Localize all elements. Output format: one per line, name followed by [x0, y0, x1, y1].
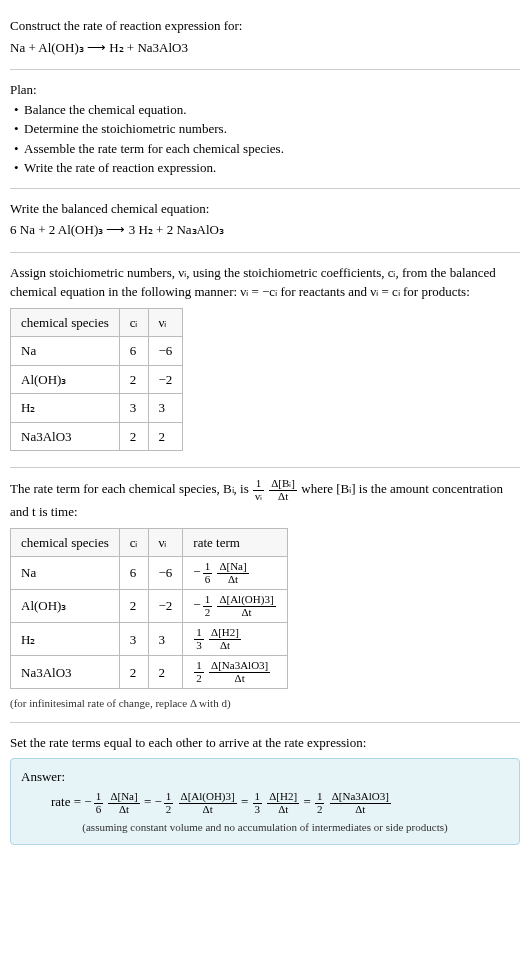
fraction: 13: [194, 627, 204, 651]
rateterm-text-pre: The rate term for each chemical species,…: [10, 481, 252, 496]
table-cell: −6: [148, 557, 183, 590]
rateterm-note: (for infinitesimal rate of change, repla…: [10, 695, 520, 712]
frac-num: 1: [253, 791, 263, 804]
rate-term-cell: −12 Δ[Al(OH)3]Δt: [183, 590, 287, 623]
table-cell: 3: [148, 394, 183, 423]
frac-num: Δ[Al(OH)3]: [179, 791, 237, 804]
table-row: H₂33: [11, 394, 183, 423]
table-header: chemical species: [11, 308, 120, 337]
fraction: 12: [194, 660, 204, 684]
divider: [10, 467, 520, 468]
table-row: Al(OH)₃2−2−12 Δ[Al(OH)3]Δt: [11, 590, 288, 623]
rateterm-table: chemical speciescᵢνᵢrate term Na6−6−16 Δ…: [10, 528, 288, 690]
divider: [10, 722, 520, 723]
fraction: Δ[Na3AlO3]Δt: [330, 791, 391, 815]
balanced-heading: Write the balanced chemical equation:: [10, 199, 520, 219]
plan-item: •Determine the stoichiometric numbers.: [14, 119, 520, 139]
frac-den: 6: [203, 574, 213, 586]
equals-sign: =: [141, 794, 155, 809]
stoich-text: Assign stoichiometric numbers, νᵢ, using…: [10, 263, 520, 302]
table-cell: H₂: [11, 394, 120, 423]
fraction: Δ[Al(OH)3]Δt: [179, 791, 237, 815]
frac-num: 1: [164, 791, 174, 804]
answer-label: Answer:: [21, 767, 509, 787]
table-cell: 6: [119, 557, 148, 590]
frac-den: Δt: [179, 804, 237, 816]
rateterm-frac1: 1 νᵢ: [253, 478, 264, 502]
table-row: Al(OH)₃2−2: [11, 365, 183, 394]
rateterm-text: The rate term for each chemical species,…: [10, 478, 520, 522]
frac-num: 1: [94, 791, 104, 804]
plan-list: •Balance the chemical equation.•Determin…: [10, 100, 520, 178]
table-header: cᵢ: [119, 308, 148, 337]
frac-den: Δt: [267, 804, 299, 816]
table-row: Na6−6: [11, 337, 183, 366]
table-cell: Na: [11, 337, 120, 366]
plan-item-text: Determine the stoichiometric numbers.: [24, 119, 227, 139]
intro-equation: Na + Al(OH)₃ ⟶ H₂ + Na3AlO3: [10, 36, 520, 60]
equals-sign: =: [238, 794, 252, 809]
table-cell: 2: [119, 365, 148, 394]
rate-term-cell: 13 Δ[H2]Δt: [183, 623, 287, 656]
table-cell: Na3AlO3: [11, 422, 120, 451]
bullet-dot: •: [14, 139, 24, 159]
table-cell: 2: [148, 656, 183, 689]
table-cell: Al(OH)₃: [11, 590, 120, 623]
table-cell: 6: [119, 337, 148, 366]
fraction: 16: [94, 791, 104, 815]
fraction: Δ[Na]Δt: [108, 791, 139, 815]
frac-den: νᵢ: [253, 491, 264, 503]
frac-num: Δ[Al(OH)3]: [217, 594, 275, 607]
fraction: 16: [203, 561, 213, 585]
table-cell: 2: [119, 422, 148, 451]
fraction: Δ[H2]Δt: [267, 791, 299, 815]
frac-num: 1: [194, 627, 204, 640]
minus-sign: −: [154, 794, 161, 809]
fraction: 12: [203, 594, 213, 618]
table-cell: H₂: [11, 623, 120, 656]
table-row: H₂3313 Δ[H2]Δt: [11, 623, 288, 656]
stoich-table: chemical speciescᵢνᵢ Na6−6Al(OH)₃2−2H₂33…: [10, 308, 183, 452]
frac-num: 1: [315, 791, 325, 804]
rateterm-frac2: Δ[Bᵢ] Δt: [269, 478, 297, 502]
intro-section: Construct the rate of reaction expressio…: [10, 8, 520, 67]
fraction: Δ[Na]Δt: [217, 561, 248, 585]
table-cell: 3: [119, 623, 148, 656]
table-header: cᵢ: [119, 528, 148, 557]
frac-den: Δt: [217, 607, 275, 619]
table-row: Na3AlO32212 Δ[Na3AlO3]Δt: [11, 656, 288, 689]
table-row: Na6−6−16 Δ[Na]Δt: [11, 557, 288, 590]
table-header: νᵢ: [148, 308, 183, 337]
frac-num: Δ[H2]: [209, 627, 241, 640]
frac-den: 2: [315, 804, 325, 816]
minus-sign: −: [84, 794, 91, 809]
minus-sign: −: [193, 564, 200, 579]
divider: [10, 69, 520, 70]
table-header: chemical species: [11, 528, 120, 557]
bullet-dot: •: [14, 158, 24, 178]
plan-heading: Plan:: [10, 80, 520, 100]
frac-num: Δ[Bᵢ]: [269, 478, 297, 491]
table-cell: Na3AlO3: [11, 656, 120, 689]
frac-den: 3: [194, 640, 204, 652]
plan-item-text: Write the rate of reaction expression.: [24, 158, 216, 178]
frac-den: 3: [253, 804, 263, 816]
frac-num: Δ[Na]: [217, 561, 248, 574]
frac-num: 1: [253, 478, 264, 491]
fraction: Δ[Al(OH)3]Δt: [217, 594, 275, 618]
plan-item-text: Assemble the rate term for each chemical…: [24, 139, 284, 159]
rateterm-section: The rate term for each chemical species,…: [10, 470, 520, 720]
frac-den: 2: [164, 804, 174, 816]
frac-den: Δt: [217, 574, 248, 586]
stoich-section: Assign stoichiometric numbers, νᵢ, using…: [10, 255, 520, 466]
table-cell: 2: [119, 590, 148, 623]
frac-den: Δt: [209, 640, 241, 652]
frac-num: 1: [203, 561, 213, 574]
rate-label: rate =: [51, 794, 84, 809]
fraction: 12: [164, 791, 174, 815]
fraction: Δ[H2]Δt: [209, 627, 241, 651]
table-cell: 2: [148, 422, 183, 451]
plan-item-text: Balance the chemical equation.: [24, 100, 186, 120]
table-header: νᵢ: [148, 528, 183, 557]
frac-den: Δt: [209, 673, 270, 685]
